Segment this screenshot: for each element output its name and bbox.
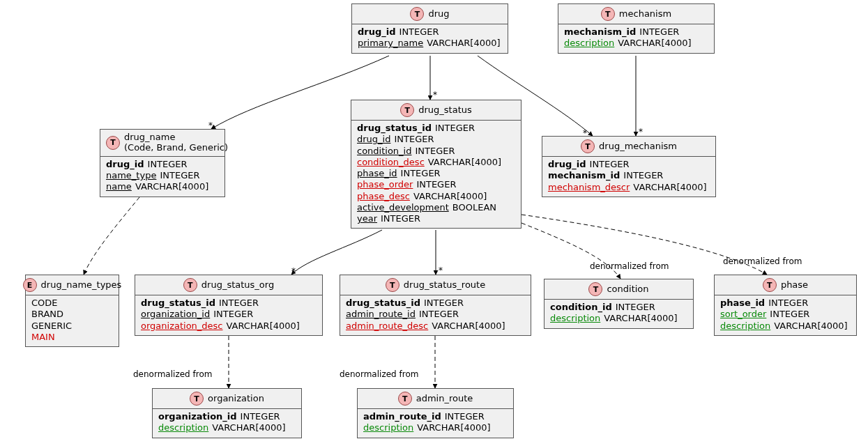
multiplicity-label: * (439, 265, 443, 275)
table-column-row: drug_status_idINTEGER (357, 123, 515, 134)
table-badge-icon: T (763, 278, 777, 292)
column-name: organization_id (141, 309, 210, 320)
column-type: INTEGER (415, 146, 455, 157)
enum-value: CODE (31, 298, 113, 309)
entity-body: admin_route_idINTEGERdescriptionVARCHAR[… (358, 409, 513, 438)
column-type: VARCHAR[4000] (604, 313, 677, 324)
table-badge-icon: T (183, 278, 197, 292)
table-column-row: condition_idINTEGER (357, 146, 515, 157)
column-type: INTEGER (435, 123, 475, 134)
column-name: name_type (106, 170, 156, 181)
column-name: description (158, 422, 208, 433)
entity-title: drug_status_org (201, 280, 274, 291)
column-type: INTEGER (401, 168, 441, 179)
entity-body: condition_idINTEGERdescriptionVARCHAR[40… (545, 300, 693, 328)
edge-drug_name-to-drug_name_types (84, 197, 139, 275)
column-type: VARCHAR[4000] (432, 321, 505, 332)
entity-body: drug_status_idINTEGERorganization_idINTE… (135, 295, 322, 335)
column-name: mechanism_descr (548, 182, 630, 193)
table-badge-icon: T (190, 392, 204, 406)
table-column-row: sort_orderINTEGER (720, 309, 851, 320)
column-type: VARCHAR[4000] (417, 422, 490, 433)
table-column-row: drug_idINTEGER (358, 26, 502, 38)
column-name: admin_route_desc (346, 321, 428, 332)
entity-drug_name: Tdrug_name(Code, Brand, Generic)drug_idI… (100, 129, 225, 197)
table-column-row: condition_idINTEGER (550, 302, 687, 313)
column-type: INTEGER (768, 298, 808, 309)
entity-drug: Tdrugdrug_idINTEGERprimary_nameVARCHAR[4… (351, 3, 508, 54)
column-type: VARCHAR[4000] (633, 182, 706, 193)
table-column-row: admin_route_idINTEGER (363, 411, 508, 422)
edge-annotation: denormalized from (133, 369, 212, 379)
table-badge-icon: T (106, 136, 120, 150)
column-type: VARCHAR[4000] (413, 191, 487, 202)
enum-value-label: BRAND (31, 309, 63, 320)
entity-header: Tadmin_route (358, 389, 513, 409)
column-type: INTEGER (213, 309, 253, 320)
column-type: INTEGER (416, 179, 456, 190)
multiplicity-label: * (639, 127, 643, 137)
table-column-row: active_developmentBOOLEAN (357, 202, 515, 213)
table-column-row: admin_route_idINTEGER (346, 309, 525, 320)
column-name: drug_id (106, 159, 144, 170)
enum-badge-icon: E (23, 278, 37, 292)
column-name: organization_desc (141, 321, 223, 332)
table-column-row: descriptionVARCHAR[4000] (158, 422, 296, 433)
column-name: condition_id (550, 302, 612, 313)
column-type: BOOLEAN (452, 202, 496, 213)
table-column-row: phase_orderINTEGER (357, 179, 515, 190)
table-column-row: drug_status_idINTEGER (346, 298, 525, 309)
table-column-row: organization_idINTEGER (141, 309, 317, 320)
table-badge-icon: T (398, 392, 412, 406)
column-type: VARCHAR[4000] (774, 321, 847, 332)
entity-header: Tdrug_mechanism (542, 137, 715, 157)
entity-title: drug_mechanism (599, 141, 677, 152)
table-column-row: mechanism_idINTEGER (548, 170, 710, 181)
column-name: description (720, 321, 770, 332)
column-name: sort_order (720, 309, 766, 320)
multiplicity-label: * (433, 90, 437, 100)
column-type: INTEGER (394, 134, 434, 145)
column-type: INTEGER (616, 302, 655, 313)
table-badge-icon: T (386, 278, 399, 292)
column-name: drug_id (358, 26, 396, 38)
edge-annotation: denormalized from (340, 369, 418, 379)
table-column-row: organization_idINTEGER (158, 411, 296, 422)
entity-title: drug_name_types (41, 280, 122, 291)
entity-phase: Tphasephase_idINTEGERsort_orderINTEGERde… (714, 275, 857, 336)
column-type: VARCHAR[4000] (428, 157, 501, 168)
column-name: mechanism_id (548, 170, 620, 181)
table-column-row: mechanism_idINTEGER (564, 26, 708, 38)
entity-drug_status_route: Tdrug_status_routedrug_status_idINTEGERa… (340, 275, 531, 336)
entity-condition: Tconditioncondition_idINTEGERdescription… (544, 279, 694, 329)
entity-body: drug_idINTEGERname_typeINTEGERnameVARCHA… (100, 157, 224, 197)
table-column-row: drug_status_idINTEGER (141, 298, 317, 309)
table-column-row: admin_route_descVARCHAR[4000] (346, 321, 525, 332)
entity-header: Tdrug_name(Code, Brand, Generic) (100, 130, 224, 157)
column-name: year (357, 213, 377, 224)
table-badge-icon: T (581, 139, 595, 153)
entity-header: Tcondition (545, 279, 693, 300)
table-column-row: descriptionVARCHAR[4000] (720, 321, 851, 332)
column-name: phase_desc (357, 191, 410, 202)
entity-body: organization_idINTEGERdescriptionVARCHAR… (153, 409, 301, 438)
column-type: VARCHAR[4000] (135, 181, 208, 192)
entity-title: drug_status_route (404, 280, 485, 291)
table-column-row: mechanism_descrVARCHAR[4000] (548, 182, 710, 193)
enum-value-label: GENERIC (31, 321, 72, 332)
entity-body: drug_status_idINTEGERadmin_route_idINTEG… (340, 295, 531, 335)
column-type: INTEGER (590, 159, 630, 170)
table-badge-icon: T (601, 7, 615, 21)
entity-body: CODEBRANDGENERICMAIN (26, 295, 119, 346)
entity-header: Tdrug (352, 4, 508, 24)
entity-organization: Torganizationorganization_idINTEGERdescr… (152, 388, 302, 438)
table-badge-icon: T (410, 7, 424, 21)
column-name: mechanism_id (564, 26, 636, 38)
column-type: INTEGER (148, 159, 188, 170)
column-type: VARCHAR[4000] (618, 38, 691, 49)
column-name: condition_desc (357, 157, 425, 168)
column-type: INTEGER (381, 213, 420, 224)
table-column-row: phase_idINTEGER (357, 168, 515, 179)
entity-drug_mechanism: Tdrug_mechanismdrug_idINTEGERmechanism_i… (542, 136, 716, 197)
entity-subtitle: (Code, Brand, Generic) (124, 143, 228, 153)
